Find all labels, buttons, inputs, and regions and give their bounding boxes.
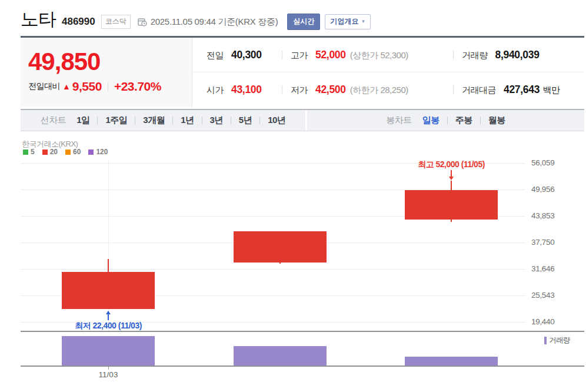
volume-bar: [62, 336, 155, 366]
moving-average-legend: 52060120: [23, 148, 115, 156]
ma-legend-item: 5: [23, 148, 35, 156]
low-arrow-stem: [108, 314, 109, 320]
ma-legend-item: 120: [88, 148, 108, 156]
x-axis-label: 11/03: [85, 370, 132, 379]
ma-swatch-icon: [23, 150, 28, 155]
ma-swatch-icon: [65, 150, 71, 155]
volume-bar: [234, 346, 327, 366]
ma-swatch-icon: [42, 150, 48, 155]
x-axis-line: [21, 366, 584, 367]
ma-legend-item: 20: [42, 148, 58, 156]
volume-legend-label: 거래량: [549, 335, 570, 346]
ma-period-label: 60: [73, 148, 81, 156]
y-axis-tick-label: 43,853: [531, 211, 572, 220]
candle: [405, 190, 498, 220]
ma-period-label: 20: [50, 148, 58, 156]
price-chart: 한국거래소(KRX) 52060120 거래량 56,05949,95643,8…: [0, 0, 586, 392]
ma-swatch-icon: [88, 150, 94, 155]
candle: [62, 272, 155, 309]
price-gridline: [21, 269, 525, 270]
x-axis-tick: [108, 367, 109, 370]
y-axis-tick-label: 56,059: [531, 158, 572, 167]
candle: [234, 231, 327, 263]
volume-bar: [405, 357, 498, 366]
y-axis-tick-label: 25,543: [531, 291, 572, 300]
ma-legend-item: 60: [65, 148, 81, 156]
down-arrow-icon: [449, 177, 454, 180]
volume-legend-swatch: [544, 337, 547, 344]
high-annotation: 최고 52,000 (11/05): [387, 160, 516, 170]
y-axis-tick-label: 31,646: [531, 264, 572, 273]
y-axis-tick-label: 49,956: [531, 185, 572, 194]
ma-period-label: 5: [31, 148, 35, 156]
y-axis-tick-label: 37,750: [531, 238, 572, 247]
volume-legend: 거래량: [544, 335, 570, 346]
y-axis-tick-label: 19,440: [531, 317, 572, 326]
low-annotation: 최저 22,400 (11/03): [44, 321, 173, 331]
ma-period-label: 120: [96, 148, 108, 156]
